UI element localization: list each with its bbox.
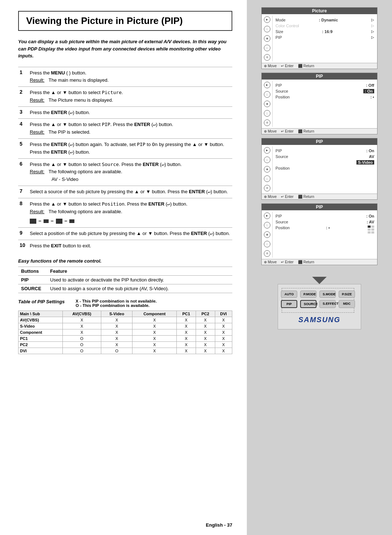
pip-col-header: PC2: [196, 311, 215, 317]
ui-menu-row: PIP: On: [275, 148, 374, 154]
main-content: Viewing the Picture in Picture (PIP) You…: [0, 0, 247, 535]
pip-cell: X: [132, 329, 177, 336]
ui-icon-0: ▶: [264, 147, 270, 154]
result-label: Result:: [30, 168, 44, 176]
pip-table: Main \ SubAV(CVBS)S-VideoComponentPC1PC2…: [18, 311, 232, 354]
samsung-logo: SAMSUNG: [282, 313, 357, 325]
pip-row: S-VideoXXXXXX: [19, 323, 232, 329]
remote-btn-p.size[interactable]: P.SIZE: [339, 291, 355, 298]
pip-cell: X: [215, 323, 232, 329]
step-content: Press the ▲ or ▼ button to select Source…: [28, 158, 232, 186]
pip-cell: O: [62, 336, 101, 342]
pip-cell: X: [196, 323, 215, 329]
remote-btn-mdc[interactable]: MDC: [339, 300, 355, 308]
result-label: Result:: [30, 77, 44, 84]
pip-legend-x: X - This PIP combination is not availabl…: [75, 299, 156, 303]
ui-icon-0: ▶: [264, 16, 270, 23]
step-content: Select a source of the sub picture by pr…: [28, 186, 232, 198]
remote-btn-auto[interactable]: AUTO: [281, 291, 297, 298]
remote-row-0: AUTOP.MODES.MODEP.SIZE: [284, 291, 352, 298]
english-label: English - 37: [206, 522, 232, 528]
remote-btn-s.effect[interactable]: S.EFFECT: [319, 300, 336, 308]
result-text: The Picture menu is displayed.: [47, 97, 113, 104]
ui-icon-2: ◉: [264, 101, 270, 107]
pos-cell-0-1: [371, 226, 374, 228]
ui-menu-row: Position: [275, 165, 374, 171]
ui-menu-val: : Dynamic: [319, 18, 338, 22]
pip-cell: X: [62, 329, 101, 336]
pip-col-header: Component: [132, 311, 177, 317]
pip-row-label: PC2: [19, 342, 63, 348]
pip-row: ComponentXXXXXX: [19, 329, 232, 336]
footer-item-1: ↵ Enter: [281, 260, 294, 264]
pip-col-header: Main \ Sub: [19, 311, 63, 317]
pos-cell-2-1: [371, 231, 374, 234]
ui-menu-key: Mode: [275, 18, 286, 22]
ui-icon-3: □: [264, 45, 270, 51]
ui-menu-val: AV: [369, 154, 374, 159]
ui-icon-1: □: [264, 91, 270, 98]
ui-menu-key: Source: [275, 220, 288, 224]
easy-functions-label: Easy functions of the remote control.: [18, 258, 232, 264]
ui-icon-2: ◉: [264, 166, 270, 173]
result-text: The following options are available.: [47, 208, 122, 216]
pip-cell: X: [177, 348, 196, 354]
pos-icon-tr: [44, 219, 49, 223]
pos-icon-br: [69, 219, 74, 223]
step-row: 7Select a source of the sub picture by p…: [18, 186, 232, 198]
step-row: 1Press the MENU ( ) button.Result: The m…: [18, 67, 232, 87]
ui-menu-key: PIP: [275, 214, 282, 218]
footer-item-1: ↵ Enter: [281, 64, 294, 68]
pip-col-header: DVI: [215, 311, 232, 317]
ui-box-title: PIP: [262, 138, 377, 145]
button-feature: Used to assign a source of the sub pictu…: [47, 284, 232, 293]
ui-box-footer: ⊕ Move↵ Enter⬛ Return: [262, 259, 377, 265]
buttons-row: PIPUsed to activate or deactivate the PI…: [18, 276, 232, 284]
pip-row-label: PC1: [19, 336, 63, 342]
ui-menu-arrow: ▷: [371, 18, 374, 22]
pip-cell: X: [215, 329, 232, 336]
pip-row-label: DVI: [19, 348, 63, 354]
ui-menu-row: Position: ▪: [275, 225, 374, 234]
pip-cell: X: [196, 317, 215, 323]
step-number: 2: [18, 87, 28, 107]
footer-item-2: ⬛ Return: [298, 260, 314, 264]
step-row: 5Press the ENTER (↵) button again. To ac…: [18, 139, 232, 159]
ui-menu-row: PIP: Off: [275, 82, 374, 88]
ui-box-menu: PIP: OnSource: AVPosition: ▪: [273, 212, 377, 258]
step-sub: AV - S-Video: [52, 176, 231, 183]
pos-icon-bl: [56, 219, 62, 224]
footer-item-0: ⊕ Move: [264, 260, 277, 264]
step-content: Press the ▲ or ▼ button to select Pictur…: [28, 87, 232, 107]
ui-box-0: Picture▶□◉□⚙Mode: Dynamic▷Color Control▷…: [261, 7, 377, 69]
remote-arrow-icon: [312, 277, 327, 284]
step-content: Press the MENU ( ) button.Result: The ma…: [28, 67, 232, 87]
ui-menu-arrow: ▷: [371, 29, 374, 34]
ui-menu-key: Position: [275, 95, 290, 99]
result-label: Result:: [30, 208, 44, 216]
remote-btn-pip[interactable]: PIP: [281, 300, 297, 308]
remote-btn-s.mode[interactable]: S.MODE: [319, 291, 336, 298]
ui-menu-key: Source: [275, 89, 288, 93]
ui-menu-val: : ▪: [370, 95, 374, 99]
pip-cell: X: [132, 323, 177, 329]
ui-box-title: PIP: [262, 204, 377, 210]
pip-cell: X: [101, 336, 132, 342]
footer-item-1: ↵ Enter: [281, 129, 294, 133]
pip-settings-title: Table of PIP Settings: [18, 299, 65, 304]
ui-menu-arrow: ▷: [371, 35, 374, 40]
step-number: 10: [18, 240, 28, 252]
ui-menu-row: Source: On: [275, 88, 374, 94]
pip-cell: X: [196, 336, 215, 342]
remote-btn-p.mode[interactable]: P.MODE: [300, 291, 317, 298]
pip-col-header: PC1: [177, 311, 196, 317]
pip-cell: X: [196, 329, 215, 336]
ui-menu-key: PIP: [275, 83, 282, 88]
ui-icon-3: □: [264, 241, 270, 247]
ui-menu-key: PIP: [275, 35, 282, 40]
footer-item-2: ⬛ Return: [298, 64, 314, 68]
ui-menu-row: PIP: On: [275, 213, 374, 219]
ui-box-icons: ▶□◉□⚙: [262, 16, 273, 61]
buttons-row: SOURCEUsed to assign a source of the sub…: [18, 284, 232, 293]
remote-btn-source[interactable]: SOURCE: [300, 300, 317, 308]
